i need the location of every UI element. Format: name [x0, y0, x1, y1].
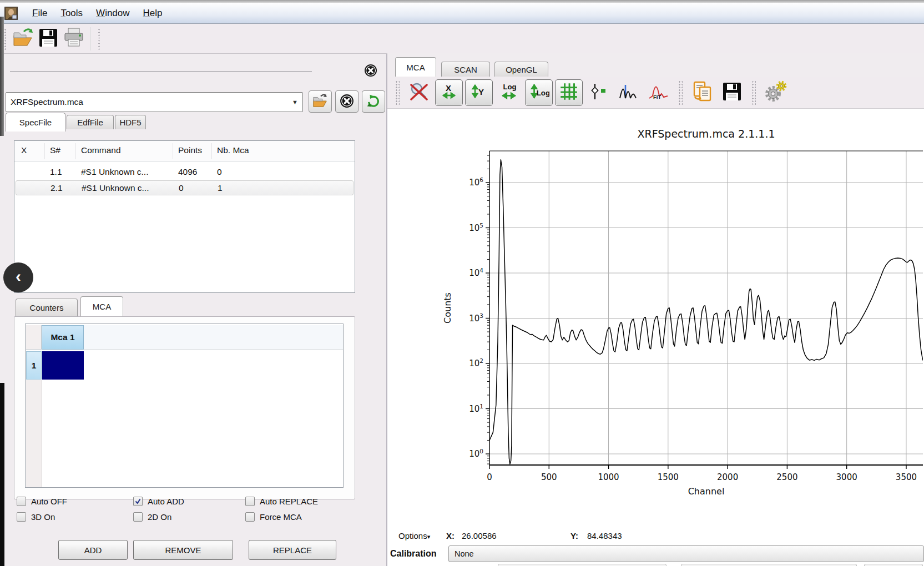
menu-tools[interactable]: Tools [54, 6, 89, 21]
checkbox-auto-off[interactable]: Auto OFF [17, 497, 67, 506]
fit-button[interactable]: FIT [645, 79, 673, 106]
copy-button[interactable] [688, 79, 716, 106]
spectrum-svg: 1001011021031041051060500100015002000250… [387, 109, 924, 566]
menu-file[interactable]: File [26, 6, 54, 21]
mca-row-header-label: 1 [32, 361, 37, 371]
close-source-button[interactable] [335, 90, 359, 113]
roi-markers-button[interactable] [585, 79, 613, 106]
tab-label: SCAN [454, 65, 477, 74]
mca-selection-table: Mca 1 1 [25, 324, 344, 488]
scan-list: XS#CommandPointsNb. Mca 1.1#S1 Unknown c… [14, 140, 355, 293]
svg-text:0: 0 [487, 472, 492, 482]
copy-icon [690, 80, 714, 104]
mca-row-header[interactable]: 1 [26, 351, 42, 380]
scan-col-header[interactable]: Points [178, 145, 202, 155]
checkbox-force-mca[interactable]: Force MCA [245, 512, 302, 522]
checkbox-unchecked-icon [133, 512, 143, 522]
plot-tab-scan[interactable]: SCAN [441, 62, 490, 77]
scan-col-header[interactable]: X [21, 145, 27, 155]
checkbox-label: Auto REPLACE [260, 497, 318, 506]
zoom-reset-button[interactable] [405, 79, 433, 106]
tab-hdf5[interactable]: HDF5 [115, 115, 146, 129]
scan-cell: 2.1 [51, 183, 63, 193]
bottom-button-cut[interactable] [681, 564, 857, 566]
source-file-name: XRFSpectrum.mca [11, 97, 83, 107]
close-source-icon [340, 94, 354, 110]
open-file-icon [11, 27, 35, 50]
remove-button[interactable]: REMOVE [133, 540, 233, 560]
scan-col-header[interactable]: S# [50, 145, 60, 155]
print-button[interactable] [61, 26, 87, 52]
button-label: REPLACE [273, 545, 312, 555]
scan-col-header[interactable]: Command [81, 145, 121, 155]
scan-row-2.1[interactable]: 2.1#S1 Unknown c...01 [16, 180, 354, 195]
scan-row-1.1[interactable]: 1.1#S1 Unknown c...40960 [16, 165, 354, 180]
toolbar-separator [751, 80, 756, 105]
tab-edffile[interactable]: EdfFile [67, 115, 114, 129]
checkbox-label: Force MCA [260, 512, 302, 522]
checkbox-label: 3D On [31, 512, 55, 522]
save-button[interactable] [36, 26, 61, 52]
scan-list-header: XS#CommandPointsNb. Mca [14, 141, 355, 161]
calibration-value: None [455, 549, 474, 558]
x-autoscale-button[interactable]: X [435, 79, 463, 106]
scan-col-header[interactable]: Nb. Mca [217, 145, 249, 155]
fit-icon: FIT [648, 82, 669, 103]
tab-counters[interactable]: Counters [16, 299, 78, 316]
open-file-button[interactable] [10, 26, 36, 52]
svg-text:1500: 1500 [658, 472, 679, 482]
mca-groupbox: Mca 1 1 [14, 316, 355, 499]
checkbox-label: Auto OFF [31, 497, 67, 506]
peak-search-button[interactable] [615, 79, 643, 106]
add-button[interactable]: ADD [58, 540, 128, 560]
open-source-button[interactable] [309, 90, 332, 113]
toolbar-separator [678, 80, 683, 105]
checkbox-auto-replace[interactable]: Auto REPLACE [245, 497, 318, 506]
menu-help[interactable]: Help [137, 6, 169, 21]
svg-text:Log: Log [537, 89, 549, 97]
y-log-button[interactable]: Log [525, 79, 553, 106]
panel-separator-line [10, 71, 312, 72]
tab-label: EdfFile [77, 118, 103, 127]
svg-text:101: 101 [469, 403, 483, 414]
tab-label: SpecFile [19, 118, 52, 127]
y-autoscale-button[interactable]: Y [465, 79, 493, 106]
close-panel-icon[interactable] [364, 64, 377, 77]
menu-bar: FileToolsWindowHelp [0, 3, 924, 24]
svg-text:500: 500 [541, 472, 557, 482]
svg-text:3000: 3000 [836, 472, 857, 482]
checkbox-unchecked-icon [17, 512, 26, 522]
checkbox-auto-add[interactable]: Auto ADD [133, 497, 184, 506]
scan-cell: 4096 [178, 167, 197, 177]
reload-source-button[interactable] [362, 90, 385, 113]
plot-tab-mca[interactable]: MCA [395, 57, 436, 77]
x-log-button[interactable]: Log [495, 79, 523, 106]
bottom-button-cut[interactable] [864, 564, 923, 566]
menu-window[interactable]: Window [89, 6, 136, 21]
cursor-status-row: Options▾ X: 26.00586 Y: 84.48343 [387, 531, 924, 543]
plot-tab-opengl[interactable]: OpenGL [494, 62, 548, 77]
checkbox-2d-on[interactable]: 2D On [133, 512, 171, 522]
x-axis-title: Channel [688, 486, 725, 497]
zoom-reset-icon [408, 80, 430, 104]
button-label: ADD [84, 545, 102, 555]
grid-button[interactable] [555, 79, 583, 106]
replace-button[interactable]: REPLACE [249, 540, 336, 560]
source-file-combobox[interactable]: XRFSpectrum.mca ▼ [6, 92, 303, 112]
checkbox-checked-icon [133, 497, 143, 506]
save-plot-button[interactable] [718, 79, 746, 106]
bottom-button-cut[interactable] [498, 564, 667, 566]
mca-selected-cell[interactable] [42, 351, 84, 380]
options-menu-button[interactable]: Options▾ [398, 531, 430, 540]
calibration-combobox[interactable]: None [448, 545, 924, 562]
settings-gears-icon [763, 80, 787, 105]
settings-gears-button[interactable] [761, 79, 789, 106]
options-label: Options [398, 531, 427, 540]
collapse-panel-button[interactable]: ‹ [3, 262, 33, 292]
mca-column-header[interactable]: Mca 1 [42, 325, 84, 350]
checkbox-3d-on[interactable]: 3D On [17, 512, 55, 522]
mca-header-strip [84, 325, 343, 350]
tab-specfile[interactable]: SpecFile [6, 113, 65, 132]
tab-mca[interactable]: MCA [80, 296, 123, 316]
spectrum-plot[interactable]: 1001011021031041051060500100015002000250… [387, 109, 924, 566]
